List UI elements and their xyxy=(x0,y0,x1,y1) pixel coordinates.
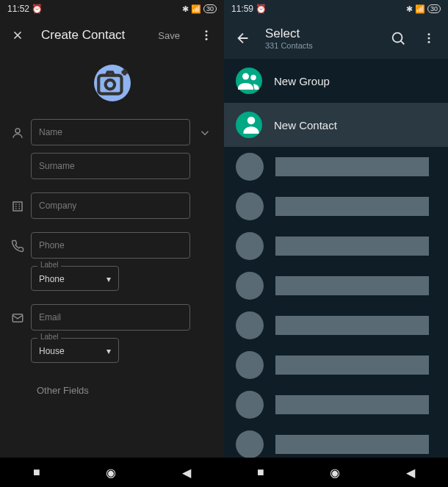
recent-apps-button[interactable]: ■ xyxy=(257,466,264,479)
email-icon xyxy=(10,304,25,325)
chevron-down-icon: ▾ xyxy=(106,346,111,356)
new-contact-label: New Contact xyxy=(274,119,337,131)
recent-apps-button[interactable]: ■ xyxy=(33,466,40,479)
avatar xyxy=(236,351,264,379)
save-button[interactable]: Save xyxy=(158,30,180,41)
app-bar: Create Contact Save xyxy=(0,18,224,53)
home-button[interactable]: ◉ xyxy=(330,466,340,480)
list-item[interactable] xyxy=(224,345,448,385)
status-bar: 11:52 ⏰ ✱ 📶 30 xyxy=(0,0,224,18)
photo-area xyxy=(0,53,224,119)
add-photo-button[interactable] xyxy=(94,65,131,101)
avatar xyxy=(236,153,264,181)
group-icon xyxy=(236,68,262,94)
surname-field[interactable]: Surname xyxy=(31,153,190,179)
list-item[interactable] xyxy=(224,266,448,306)
new-group-label: New Group xyxy=(274,75,330,87)
back-button[interactable]: ◀ xyxy=(406,466,415,480)
avatar xyxy=(236,232,264,260)
svg-point-5 xyxy=(15,129,20,133)
avatar xyxy=(236,391,264,419)
avatar xyxy=(236,311,264,339)
svg-point-4 xyxy=(105,80,115,89)
clock: 11:59 xyxy=(231,4,253,14)
alarm-icon: ⏰ xyxy=(256,4,267,14)
contact-form: Name Surname Company Phone xyxy=(0,119,224,396)
create-contact-screen: 11:52 ⏰ ✱ 📶 30 Create Contact Save Name … xyxy=(0,0,224,487)
svg-point-12 xyxy=(242,73,249,80)
add-person-icon xyxy=(236,112,262,138)
list-item[interactable] xyxy=(224,187,448,226)
svg-rect-6 xyxy=(13,202,22,211)
phone-icon xyxy=(10,232,25,253)
status-bar: 11:59 ⏰ ✱ 📶 30 xyxy=(224,0,448,18)
expand-name-icon[interactable] xyxy=(196,119,214,140)
phone-field[interactable]: Phone xyxy=(31,232,190,259)
avatar xyxy=(236,430,264,458)
svg-point-10 xyxy=(428,37,430,40)
back-arrow-icon[interactable] xyxy=(234,29,252,47)
company-icon xyxy=(10,192,25,213)
contact-name-placeholder xyxy=(275,276,429,295)
select-contact-screen: 11:59 ⏰ ✱ 📶 30 Select 331 Contacts New G… xyxy=(224,0,448,487)
svg-point-1 xyxy=(206,35,208,37)
name-field[interactable]: Name xyxy=(31,119,190,145)
svg-point-8 xyxy=(393,33,402,43)
list-item[interactable] xyxy=(224,226,448,266)
contact-name-placeholder xyxy=(275,356,429,375)
page-title: Select xyxy=(265,26,376,41)
contact-name-placeholder xyxy=(275,157,429,176)
chevron-down-icon: ▾ xyxy=(106,274,111,284)
new-group-button[interactable]: New Group xyxy=(224,59,448,103)
other-fields-link[interactable]: Other Fields xyxy=(10,376,214,396)
contact-name-placeholder xyxy=(275,237,429,256)
nav-bar: ■ ◉ ◀ xyxy=(224,458,448,487)
email-field[interactable]: Email xyxy=(31,304,190,331)
more-icon[interactable] xyxy=(420,29,438,47)
avatar xyxy=(236,272,264,300)
page-title: Create Contact xyxy=(41,28,146,43)
contact-name-placeholder xyxy=(275,316,429,335)
search-icon[interactable] xyxy=(389,29,407,47)
svg-point-13 xyxy=(250,75,256,81)
alarm-icon: ⏰ xyxy=(32,4,43,14)
clock: 11:52 xyxy=(7,4,29,14)
svg-point-0 xyxy=(206,30,208,32)
svg-point-14 xyxy=(248,117,256,125)
contact-name-placeholder xyxy=(275,197,429,216)
back-button[interactable]: ◀ xyxy=(182,466,191,480)
avatar xyxy=(236,192,264,220)
list-item[interactable] xyxy=(224,385,448,425)
new-contact-button[interactable]: New Contact xyxy=(224,103,448,147)
company-field[interactable]: Company xyxy=(31,192,190,219)
contact-name-placeholder xyxy=(275,435,429,454)
nav-bar: ■ ◉ ◀ xyxy=(0,458,224,487)
status-icons: ✱ 📶 30 xyxy=(182,4,217,14)
phone-label-dropdown[interactable]: Label Phone▾ xyxy=(31,266,119,291)
list-item[interactable] xyxy=(224,147,448,187)
status-icons: ✱ 📶 30 xyxy=(406,4,441,14)
email-label-dropdown[interactable]: Label House▾ xyxy=(31,338,119,363)
contact-name-placeholder xyxy=(275,395,429,414)
more-icon[interactable] xyxy=(198,26,215,44)
contacts-list xyxy=(224,147,448,464)
page-subtitle: 331 Contacts xyxy=(265,41,376,50)
home-button[interactable]: ◉ xyxy=(106,466,116,480)
svg-point-9 xyxy=(428,33,430,35)
svg-rect-3 xyxy=(98,76,121,94)
person-icon xyxy=(10,119,25,140)
close-icon[interactable] xyxy=(9,26,26,44)
svg-point-11 xyxy=(428,41,430,43)
app-bar: Select 331 Contacts xyxy=(224,18,448,59)
svg-point-2 xyxy=(206,38,208,40)
list-item[interactable] xyxy=(224,306,448,345)
